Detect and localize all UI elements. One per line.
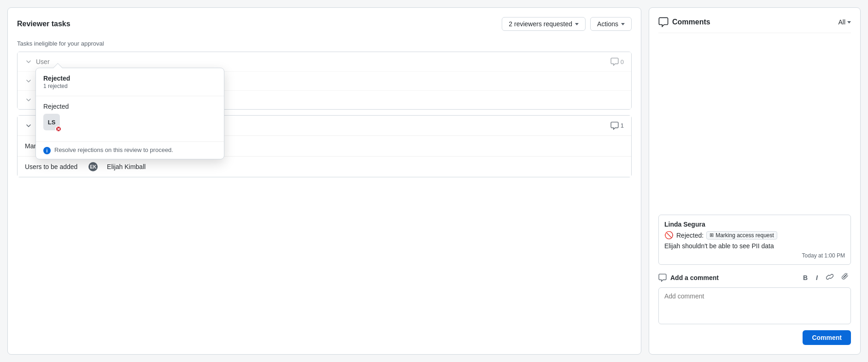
table-row: Users to be added EK Elijah Kimball [18, 157, 631, 177]
actions-button[interactable]: Actions [590, 17, 632, 31]
reviewers-chevron-icon [575, 23, 579, 25]
add-comment-text: Add a comment [670, 274, 719, 281]
panel-title: Reviewer tasks [17, 20, 70, 28]
marking-comment-count: 1 [621, 122, 624, 129]
row-left: User [25, 58, 50, 65]
reject-badge-icon: ✕ [55, 126, 62, 132]
row-header: User 0 [25, 58, 624, 66]
users-label: Users to be added [25, 163, 77, 170]
actions-label: Actions [597, 20, 618, 28]
popover-body-section: Rejected LS ✕ [36, 96, 224, 142]
access-request-text: Marking access request [716, 232, 774, 239]
comment-body: Elijah shouldn't be able to see PII data [664, 242, 845, 250]
right-panel: Comments All Linda Segura 🚫 Rejected: ⊞ … [649, 7, 861, 355]
info-icon: i [43, 147, 51, 154]
all-label: All [838, 18, 845, 26]
add-comment-header: Add a comment B I [658, 272, 851, 283]
avatar: LS ✕ [43, 114, 60, 130]
rejection-popover: Rejected 1 rejected Rejected LS ✕ i Reso… [35, 68, 224, 159]
italic-icon: I [816, 274, 818, 281]
comments-icon [658, 17, 669, 27]
italic-button[interactable]: I [814, 273, 820, 282]
access-request-badge: ⊞ Marking access request [706, 231, 777, 239]
comment-input[interactable] [658, 287, 851, 324]
popover-user-row: LS ✕ [43, 114, 217, 130]
comments-spacer [658, 41, 851, 215]
user-name: Elijah Kimball [107, 163, 146, 170]
panel-header: Reviewer tasks 2 reviewers requested Act… [17, 17, 632, 31]
task-right: 1 [610, 122, 624, 130]
link-icon [826, 273, 833, 280]
comments-heading: Comments [672, 18, 710, 26]
popover-title: Rejected [43, 75, 217, 82]
submit-comment-row: Comment [658, 330, 851, 345]
comment-content: 🚫 Rejected: ⊞ Marking access request [664, 231, 845, 239]
avatar: EK [88, 162, 98, 171]
bold-button[interactable]: B [801, 273, 809, 282]
popover-header-section: Rejected 1 rejected [36, 68, 224, 96]
popover-subtitle: 1 rejected [43, 83, 217, 89]
add-comment-label: Add a comment [658, 274, 719, 282]
avatar-initials: LS [48, 119, 56, 126]
link-button[interactable] [824, 272, 835, 283]
header-controls: 2 reviewers requested Actions [502, 17, 632, 31]
format-tools: B I [801, 272, 851, 283]
collapse-icon[interactable] [25, 58, 32, 65]
popover-info-row: i Resolve rejections on this review to p… [36, 142, 224, 159]
comment-card: Linda Segura 🚫 Rejected: ⊞ Marking acces… [658, 215, 851, 265]
ineligible-label: Tasks ineligible for your approval [17, 40, 632, 47]
comment-icon [610, 122, 619, 130]
rejected-text: Rejected: [676, 232, 704, 239]
rejected-prefix: Rejected: [676, 232, 704, 239]
comment-time: Today at 1:00 PM [664, 252, 845, 259]
task-name: User [36, 58, 50, 65]
comments-title: Comments [658, 17, 710, 27]
row-left: Users to be added EK Elijah Kimball [25, 162, 146, 171]
comment-count: 0 [610, 58, 624, 66]
comment-icon [610, 58, 619, 66]
all-filter-dropdown[interactable]: All [838, 18, 851, 26]
left-panel: Reviewer tasks 2 reviewers requested Act… [7, 7, 641, 355]
actions-chevron-icon [621, 23, 625, 25]
comment-submit-label: Comment [812, 334, 842, 341]
info-text: Resolve rejections on this review to pro… [54, 146, 173, 153]
collapse-icon[interactable] [25, 96, 32, 104]
comments-header: Comments All [658, 17, 851, 33]
comment-count-value: 0 [621, 58, 624, 65]
comment-author: Linda Segura [664, 221, 845, 228]
popover-rejected-label: Rejected [43, 103, 217, 110]
comment-count: 1 [610, 122, 624, 130]
reviewers-requested-button[interactable]: 2 reviewers requested [502, 17, 586, 31]
add-comment-icon [658, 274, 667, 282]
attach-icon [842, 273, 849, 280]
collapse-icon[interactable] [25, 122, 32, 129]
all-chevron-icon [847, 21, 851, 23]
attach-button[interactable] [840, 272, 851, 283]
collapse-icon[interactable] [25, 77, 32, 85]
add-comment-section: Add a comment B I [658, 272, 851, 345]
reviewers-requested-label: 2 reviewers requested [509, 20, 572, 28]
task-right: 0 [610, 58, 624, 66]
comment-submit-button[interactable]: Comment [803, 330, 851, 345]
rejected-circle-icon: 🚫 [664, 231, 674, 239]
bold-icon: B [803, 274, 808, 281]
